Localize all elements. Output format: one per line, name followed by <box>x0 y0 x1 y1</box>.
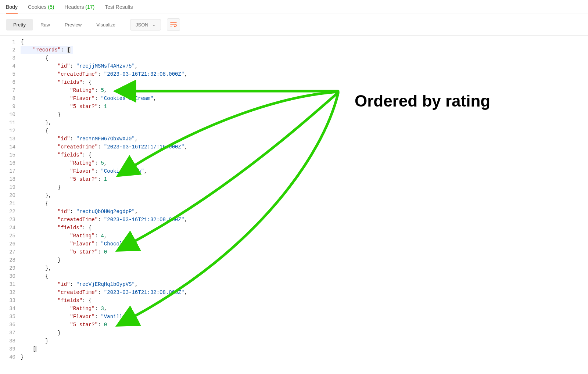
tab-body[interactable]: Body <box>6 4 18 13</box>
body-view-bar: Pretty Raw Preview Visualize JSON ⌄ <box>0 14 588 36</box>
tab-headers-count: (17) <box>85 4 94 10</box>
view-mode-group: Pretty Raw Preview Visualize <box>6 19 123 30</box>
tab-headers-label: Headers <box>65 4 84 10</box>
line-number-gutter: 1234567891011121314151617181920212223242… <box>0 38 21 361</box>
view-preview-button[interactable]: Preview <box>57 19 89 30</box>
view-visualize-button[interactable]: Visualize <box>89 19 123 30</box>
annotation-text: Ordered by rating <box>355 92 490 110</box>
tab-test-results[interactable]: Test Results <box>105 4 133 13</box>
view-raw-button[interactable]: Raw <box>33 19 57 30</box>
response-body[interactable]: 1234567891011121314151617181920212223242… <box>0 36 588 361</box>
format-select[interactable]: JSON ⌄ <box>130 19 161 30</box>
tab-cookies-count: (5) <box>48 4 54 10</box>
view-pretty-button[interactable]: Pretty <box>6 19 33 30</box>
tab-cookies-label: Cookies <box>28 4 47 10</box>
json-code[interactable]: { "records": [ { "id": "recjjMSMsf4AHzv7… <box>21 38 187 361</box>
response-tabs: Body Cookies (5) Headers (17) Test Resul… <box>0 0 588 14</box>
chevron-down-icon: ⌄ <box>152 22 155 27</box>
tab-headers[interactable]: Headers (17) <box>65 4 95 13</box>
format-select-label: JSON <box>136 22 148 28</box>
tab-cookies[interactable]: Cookies (5) <box>28 4 54 13</box>
word-wrap-icon <box>170 22 177 28</box>
word-wrap-button[interactable] <box>167 18 180 31</box>
